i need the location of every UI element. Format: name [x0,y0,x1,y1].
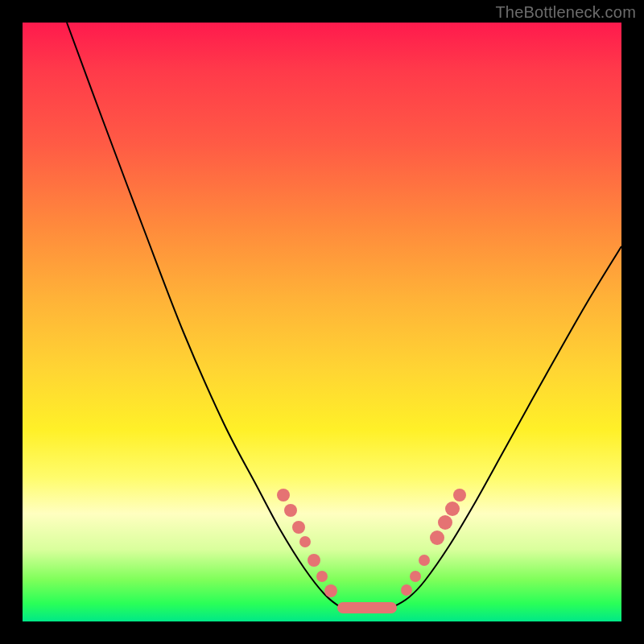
plot-area [23,23,621,621]
outer-frame: TheBottleneck.com [0,0,644,644]
bead [430,530,444,545]
bead [410,571,421,582]
bead [308,554,320,567]
bottleneck-curve [67,23,621,611]
bead [277,489,290,502]
bead [445,502,460,516]
bead [299,536,311,547]
beads-right [401,489,466,596]
bead [419,555,430,566]
bead [324,584,337,597]
curve-svg [23,23,621,621]
bead [292,521,305,534]
bead [453,489,466,502]
bead [401,584,412,596]
watermark-text: TheBottleneck.com [495,3,636,22]
bead [284,504,297,517]
bead [316,571,328,582]
bead [438,515,452,530]
beads-left [277,489,337,597]
